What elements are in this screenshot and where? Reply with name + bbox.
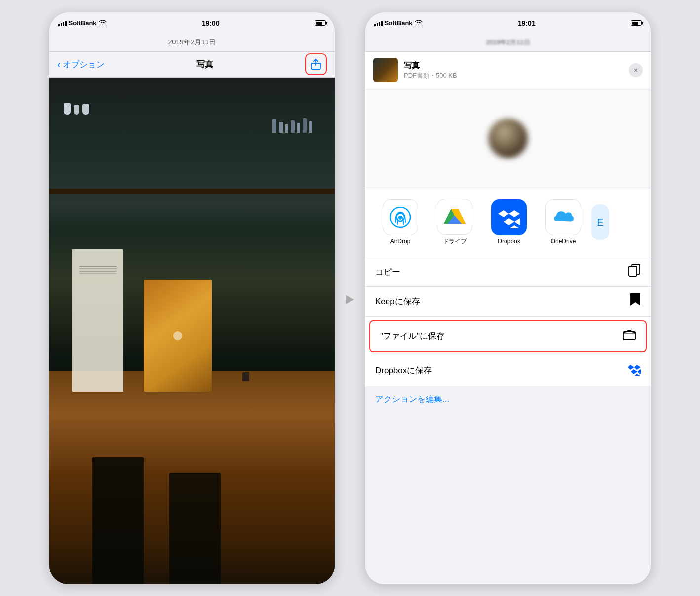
- svg-marker-12: [504, 218, 514, 225]
- svg-marker-18: [628, 365, 634, 370]
- app-icon-airdrop[interactable]: AirDrop: [373, 199, 428, 245]
- share-header: 写真 PDF書類・500 KB ×: [365, 52, 651, 89]
- share-button[interactable]: [305, 53, 327, 75]
- onedrive-icon-box: [545, 199, 581, 235]
- right-wifi-icon: [415, 19, 423, 27]
- left-status-right: [315, 20, 326, 26]
- chair-right: [169, 473, 221, 584]
- onedrive-label: OneDrive: [551, 238, 576, 245]
- right-date: 2019年2月11日: [486, 38, 530, 47]
- left-nav-bar: ‹ オプション 写真: [49, 52, 335, 78]
- action-save-dropbox[interactable]: Dropboxに保存: [365, 356, 651, 386]
- left-status-bar: SoftBank 19:00: [49, 12, 335, 34]
- app-icon-dropbox[interactable]: Dropbox: [482, 199, 536, 245]
- battery-icon: [315, 20, 326, 26]
- svg-rect-16: [629, 266, 637, 276]
- action-copy[interactable]: コピー: [365, 257, 651, 287]
- svg-marker-10: [498, 210, 509, 217]
- drive-svg: [444, 206, 466, 228]
- svg-marker-22: [634, 374, 641, 376]
- right-status-right: [631, 20, 642, 26]
- action-section: コピー Keepに保存: [365, 257, 651, 386]
- app-icon-onedrive[interactable]: OneDrive: [536, 199, 590, 245]
- right-phone: SoftBank 19:01 2019年2月11日 写真: [365, 12, 651, 585]
- svg-marker-14: [509, 225, 520, 228]
- svg-point-2: [399, 217, 402, 220]
- right-time: 19:01: [518, 19, 536, 27]
- save-files-icon: [623, 329, 636, 343]
- back-button[interactable]: ‹ オプション: [57, 59, 105, 70]
- paper: [72, 249, 123, 391]
- airdrop-contact-area: [365, 89, 651, 188]
- share-title: 写真: [404, 61, 623, 71]
- onedrive-svg: [551, 205, 575, 229]
- extra-icon-label: E: [597, 217, 603, 228]
- shelf-items-left: [64, 103, 89, 115]
- airdrop-svg: [389, 205, 412, 229]
- share-icon: [311, 59, 321, 70]
- nav-title: 写真: [196, 59, 213, 70]
- macbook: [144, 280, 212, 392]
- save-dropbox-icon: [628, 363, 641, 379]
- action-list: コピー Keepに保存: [365, 257, 651, 584]
- shelf-items: [272, 118, 312, 133]
- app-icon-extra[interactable]: E: [590, 204, 610, 240]
- share-info: 写真 PDF書類・500 KB: [404, 61, 623, 80]
- chevron-left-icon: ‹: [57, 59, 61, 70]
- share-button-wrap: [305, 53, 327, 75]
- left-status-left: SoftBank: [58, 19, 107, 27]
- drive-label: ドライブ: [443, 238, 467, 246]
- right-date-bar: 2019年2月11日: [365, 34, 651, 52]
- svg-marker-21: [638, 369, 641, 374]
- extra-icon-box: E: [591, 204, 609, 240]
- left-time: 19:00: [202, 19, 220, 27]
- arrow-divider: ▸: [335, 288, 365, 309]
- contact-avatar: [488, 119, 528, 158]
- copy-label: コピー: [375, 266, 400, 278]
- signal-icon: [58, 20, 67, 26]
- back-label: オプション: [63, 59, 105, 70]
- dropbox-svg: [498, 206, 520, 228]
- dropbox-label: Dropbox: [498, 238, 520, 245]
- left-date: 2019年2月11日: [168, 38, 216, 47]
- edit-actions-label[interactable]: アクションを編集...: [375, 395, 449, 404]
- app-icons-row: AirDrop ドライブ: [365, 188, 651, 257]
- svg-marker-11: [509, 210, 520, 217]
- shelf: [49, 189, 335, 194]
- keep-icon: [630, 293, 641, 309]
- left-date-bar: 2019年2月11日: [49, 34, 335, 52]
- right-carrier-label: SoftBank: [385, 19, 413, 27]
- svg-marker-19: [634, 365, 641, 370]
- svg-marker-13: [514, 218, 520, 225]
- app-icon-drive[interactable]: ドライブ: [428, 199, 482, 246]
- keep-label: Keepに保存: [375, 296, 420, 307]
- close-icon: ×: [634, 66, 638, 74]
- airdrop-icon-box: [383, 199, 418, 235]
- right-status-left: SoftBank: [374, 19, 423, 27]
- action-save-files[interactable]: "ファイル"に保存: [370, 321, 646, 351]
- carrier-label: SoftBank: [69, 19, 97, 27]
- coffee-cup: [242, 372, 249, 381]
- close-button[interactable]: ×: [629, 63, 643, 77]
- airdrop-label: AirDrop: [390, 238, 411, 245]
- photo-area: [49, 78, 335, 584]
- chair-left: [92, 457, 144, 584]
- save-files-label: "ファイル"に保存: [380, 330, 445, 342]
- right-battery-icon: [631, 20, 642, 26]
- dropbox-icon-box: [491, 199, 527, 235]
- svg-rect-17: [623, 332, 635, 340]
- wifi-icon: [99, 19, 107, 27]
- copy-icon: [628, 264, 641, 279]
- photo-background: [49, 78, 335, 584]
- action-save-files-wrapper: "ファイル"に保存: [369, 320, 647, 352]
- save-dropbox-label: Dropboxに保存: [375, 365, 432, 376]
- edit-actions-area: アクションを編集...: [365, 386, 651, 413]
- svg-marker-20: [631, 369, 638, 374]
- share-subtitle: PDF書類・500 KB: [404, 71, 623, 80]
- arrow-icon: ▸: [346, 288, 354, 309]
- share-thumbnail: [373, 58, 398, 82]
- right-status-bar: SoftBank 19:01: [365, 12, 651, 34]
- action-keep[interactable]: Keepに保存: [365, 287, 651, 317]
- drive-icon-box: [437, 199, 472, 235]
- right-signal-icon: [374, 20, 383, 26]
